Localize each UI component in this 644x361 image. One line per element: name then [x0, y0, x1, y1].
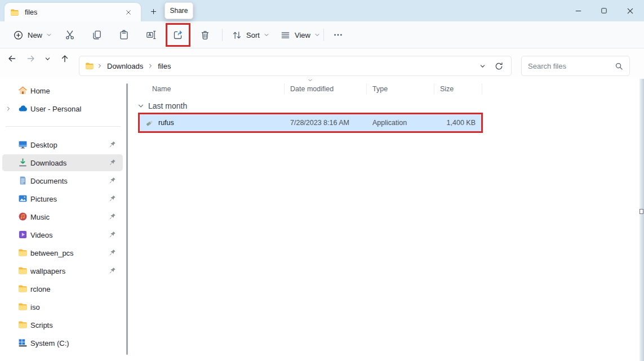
sidebar-item-wallpapers[interactable]: wallpapers: [2, 262, 123, 279]
tab-title: files: [25, 8, 122, 16]
address-dropdown-chevron[interactable]: [479, 63, 486, 69]
toolbar-divider: [323, 29, 324, 41]
share-tooltip: Share: [165, 2, 193, 19]
group-header-last-month[interactable]: Last month: [137, 101, 187, 110]
view-lines-icon: [280, 30, 291, 41]
sort-button-label: Sort: [246, 31, 260, 39]
folder-icon: [18, 266, 28, 275]
folder-icon: [85, 61, 94, 70]
rename-icon: [145, 29, 157, 41]
chevron-right-icon[interactable]: [6, 106, 11, 112]
search-input[interactable]: [528, 62, 615, 70]
rufus-usb-icon: [145, 119, 154, 127]
new-tab-button[interactable]: [146, 5, 161, 17]
address-bar[interactable]: Downloads files: [79, 56, 512, 76]
documents-icon: [18, 176, 28, 185]
rename-button[interactable]: [141, 25, 161, 45]
sidebar-item-between-pcs[interactable]: between_pcs: [2, 244, 123, 261]
navigation-pane: Home User - Personal Desktop Downloads D…: [0, 79, 131, 361]
sidebar-item-music[interactable]: Music: [2, 208, 123, 225]
paste-button[interactable]: [114, 25, 134, 45]
clipboard-icon: [118, 29, 130, 41]
chevron-down-icon: [264, 32, 269, 38]
file-type: Application: [367, 119, 434, 127]
view-button[interactable]: View: [275, 25, 325, 45]
chevron-down-icon: [46, 32, 52, 38]
minimize-button[interactable]: [565, 0, 591, 21]
sidebar-item-user-personal[interactable]: User - Personal: [2, 100, 123, 117]
search-box[interactable]: [521, 56, 630, 76]
refresh-icon[interactable]: [495, 62, 503, 70]
sidebar-item-videos[interactable]: Videos: [2, 226, 123, 243]
sidebar-item-system-c[interactable]: System (C:): [2, 335, 123, 351]
window-scrollbar[interactable]: [639, 79, 644, 361]
search-icon[interactable]: [615, 62, 623, 70]
toolbar-divider: [222, 29, 223, 41]
titlebar: files Share: [0, 0, 644, 21]
sidebar-item-documents[interactable]: Documents: [2, 172, 123, 189]
scissors-icon: [64, 29, 75, 41]
sidebar-item-scripts[interactable]: Scripts: [2, 317, 123, 333]
pin-icon: [109, 141, 116, 148]
forward-button[interactable]: [23, 50, 39, 67]
pin-icon: [109, 231, 116, 238]
pin-icon: [109, 249, 116, 256]
sidebar-item-downloads[interactable]: Downloads: [2, 154, 123, 171]
copy-button[interactable]: [87, 25, 107, 45]
plus-icon: [150, 8, 157, 15]
onedrive-cloud-icon: [18, 104, 28, 113]
column-header-size[interactable]: Size: [434, 83, 482, 95]
plus-circle-icon: [13, 30, 24, 41]
maximize-button[interactable]: [591, 0, 617, 21]
share-button[interactable]: [168, 25, 188, 45]
column-header-type[interactable]: Type: [367, 83, 434, 95]
pictures-icon: [18, 194, 28, 203]
window-scrollbar-thumb[interactable]: [639, 209, 643, 214]
cut-button[interactable]: [60, 25, 80, 45]
sidebar-item-home[interactable]: Home: [2, 82, 123, 99]
pin-icon: [109, 159, 116, 166]
new-button-label: New: [28, 31, 42, 39]
recent-locations-chevron[interactable]: [41, 50, 54, 67]
breadcrumb-separator-icon: [97, 63, 103, 69]
delete-button[interactable]: [195, 25, 215, 45]
explorer-tab[interactable]: files: [5, 3, 141, 21]
downloads-icon: [18, 158, 28, 167]
back-button[interactable]: [3, 50, 20, 67]
command-bar: New Sort View: [0, 21, 644, 48]
folder-icon: [18, 320, 28, 329]
pin-icon: [109, 195, 116, 202]
close-button[interactable]: [617, 0, 643, 21]
breadcrumb-downloads[interactable]: Downloads: [103, 60, 147, 72]
file-name: rufus: [158, 119, 174, 127]
file-date-modified: 7/28/2023 8:16 AM: [285, 119, 367, 127]
sort-direction-icon: [308, 78, 313, 83]
desktop-icon: [18, 140, 28, 149]
tab-close-icon[interactable]: [122, 6, 135, 19]
window-controls: [565, 0, 643, 21]
sidebar-item-pictures[interactable]: Pictures: [2, 190, 123, 207]
up-button[interactable]: [56, 50, 73, 67]
sidebar-item-rclone[interactable]: rclone: [2, 280, 123, 297]
sort-button[interactable]: Sort: [226, 25, 274, 45]
chevron-down-icon: [314, 32, 320, 38]
folder-icon: [18, 284, 28, 293]
breadcrumb-files[interactable]: files: [154, 60, 175, 72]
chevron-down-icon[interactable]: [137, 102, 144, 109]
folder-icon: [18, 302, 28, 311]
column-header-date-modified[interactable]: Date modified: [285, 83, 367, 95]
column-header-name[interactable]: Name: [141, 83, 285, 95]
pin-icon: [109, 177, 116, 184]
sidebar-item-desktop[interactable]: Desktop: [2, 136, 123, 153]
group-label: Last month: [148, 101, 187, 110]
view-button-label: View: [295, 31, 310, 39]
pin-icon: [109, 213, 116, 220]
sidebar-scrollbar[interactable]: [126, 83, 128, 355]
new-button[interactable]: New: [8, 25, 57, 45]
file-list-pane: Name Date modified Type Size Last month …: [135, 79, 639, 361]
file-row-rufus[interactable]: rufus 7/28/2023 8:16 AM Application 1,40…: [140, 114, 481, 131]
see-more-button[interactable]: [328, 25, 348, 45]
sidebar-item-iso[interactable]: iso: [2, 298, 123, 315]
home-icon: [18, 86, 28, 95]
sort-arrows-icon: [232, 30, 242, 41]
